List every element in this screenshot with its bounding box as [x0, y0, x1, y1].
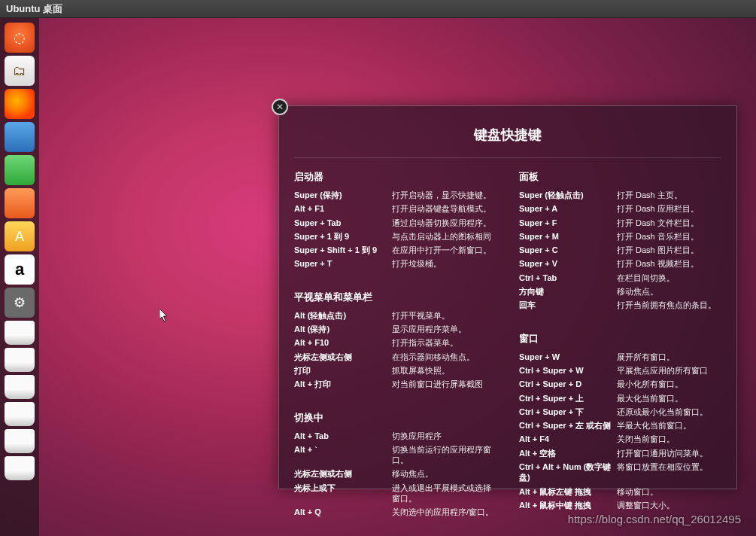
shortcut-key: 打印	[294, 365, 392, 376]
shortcut-desc: 调整窗口大小。	[617, 500, 721, 510]
shortcut-desc: 展开所有窗口。	[617, 352, 721, 362]
shortcut-key: Super + Shift + 1 到 9	[294, 245, 392, 255]
shortcut-row: Super + W展开所有窗口。	[519, 352, 721, 362]
shortcut-row: Alt + 空格打开窗口通用访问菜单。	[519, 448, 721, 458]
shortcut-desc: 在应用中打开一个新窗口。	[392, 245, 496, 255]
shortcut-row: Alt (保持)显示应用程序菜单。	[294, 324, 496, 334]
shortcut-desc: 移动焦点。	[617, 286, 721, 297]
shortcut-desc: 切换应用程序	[392, 431, 496, 441]
shortcut-desc: 抓取屏幕快照。	[392, 365, 496, 376]
section-title: 平视菜单和菜单栏	[294, 291, 496, 304]
shortcut-key: Alt (轻触点击)	[294, 310, 392, 321]
shortcut-row: Super + V打开 Dash 视频栏目。	[519, 258, 721, 269]
shortcut-key: Alt + 空格	[519, 448, 617, 458]
shortcut-row: 回车打开当前拥有焦点的条目。	[519, 300, 721, 310]
shortcut-row: Ctrl + Super + W平展焦点应用的所有窗口	[519, 365, 721, 376]
shortcut-desc: 半最大化当前窗口。	[617, 420, 721, 431]
shortcut-key: Alt + F10	[294, 337, 392, 348]
shortcut-row: Alt (轻触点击)打开平视菜单。	[294, 310, 496, 321]
launcher-item-writer[interactable]	[5, 122, 35, 152]
shortcut-key: Super + A	[519, 203, 617, 214]
shortcut-row: Ctrl + Super + 左 或右侧半最大化当前窗口。	[519, 420, 721, 431]
shortcut-key: Ctrl + Super + 左 或右侧	[519, 420, 617, 431]
shortcut-key: Alt + Tab	[294, 431, 392, 441]
shortcut-row: Alt + Tab切换应用程序	[294, 431, 496, 441]
shortcut-row: Ctrl + Super + 上最大化当前窗口。	[519, 393, 721, 404]
shortcut-key: Alt + F1	[294, 203, 392, 214]
shortcut-desc: 移动焦点。	[392, 468, 496, 479]
shortcut-row: Alt + 鼠标左键 拖拽移动窗口。	[519, 486, 721, 497]
launcher-item-software[interactable]: A	[5, 221, 35, 251]
shortcut-row: Super + M打开 Dash 音乐栏目。	[519, 231, 721, 242]
launcher-item-drive2[interactable]	[5, 348, 35, 372]
launcher-item-drive5[interactable]	[5, 429, 35, 453]
shortcut-desc: 打开窗口通用访问菜单。	[617, 448, 721, 458]
top-menu-title: Ubuntu 桌面	[6, 2, 62, 16]
shortcut-desc: 在指示器间移动焦点。	[392, 352, 496, 362]
launcher-item-drive4[interactable]	[5, 402, 35, 426]
shortcut-key: Alt + 鼠标左键 拖拽	[519, 486, 617, 497]
shortcut-key: 光标左侧或右侧	[294, 352, 392, 362]
shortcut-desc: 打开 Dash 图片栏目。	[617, 245, 721, 255]
shortcut-key: Super + C	[519, 245, 617, 255]
shortcut-row: Ctrl + Super + D最小化所有窗口。	[519, 379, 721, 389]
shortcut-row: Alt + Q关闭选中的应用程序/窗口。	[294, 507, 496, 517]
launcher-item-settings[interactable]: ⚙	[5, 288, 35, 318]
shortcut-desc: 移动窗口。	[617, 486, 721, 497]
top-menu-bar: Ubuntu 桌面	[0, 0, 756, 18]
shortcut-desc: 平展焦点应用的所有窗口	[617, 365, 721, 376]
shortcut-desc: 打开 Dash 应用栏目。	[617, 203, 721, 214]
shortcut-desc: 通过启动器切换应用程序。	[392, 218, 496, 228]
launcher-item-firefox[interactable]	[5, 89, 35, 119]
overlay-title: 键盘快捷键	[294, 126, 721, 144]
shortcut-key: Super + T	[294, 258, 392, 269]
keyboard-shortcuts-overlay: ✕ 键盘快捷键 启动器Super (保持)打开启动器，显示快捷键。Alt + F…	[278, 105, 737, 489]
launcher-item-impress[interactable]	[5, 188, 35, 218]
shortcut-row: Ctrl + Super + 下还原或最小化当前窗口。	[519, 407, 721, 417]
shortcut-row: 光标上或下进入或退出平展模式或选择窗口。	[294, 483, 496, 504]
shortcut-row: Ctrl + Alt + Num (数字键盘)将窗口放置在相应位置。	[519, 461, 721, 483]
shortcut-desc: 进入或退出平展模式或选择窗口。	[392, 483, 496, 504]
shortcut-key: 方向键	[519, 286, 617, 297]
shortcut-row: Super + Tab通过启动器切换应用程序。	[294, 218, 496, 228]
shortcut-key: 回车	[519, 300, 617, 310]
shortcut-desc: 打开 Dash 文件栏目。	[617, 218, 721, 228]
shortcut-desc: 关闭当前窗口。	[617, 434, 721, 444]
shortcut-row: Super + F打开 Dash 文件栏目。	[519, 218, 721, 228]
shortcut-row: Super + T打开垃圾桶。	[294, 258, 496, 269]
shortcut-key: Ctrl + Super + 下	[519, 407, 617, 417]
shortcut-desc: 最小化所有窗口。	[617, 379, 721, 389]
section-title: 面板	[519, 170, 721, 184]
shortcut-row: Alt + `切换当前运行的应用程序窗口。	[294, 444, 496, 466]
shortcut-key: Alt + `	[294, 444, 392, 466]
shortcut-key: Super + 1 到 9	[294, 231, 392, 242]
shortcut-row: Super (保持)打开启动器，显示快捷键。	[294, 190, 496, 200]
launcher-item-dash[interactable]: ◌	[5, 23, 35, 53]
close-icon: ✕	[276, 102, 284, 112]
shortcut-key: Super + M	[519, 231, 617, 242]
shortcut-row: Super + A打开 Dash 应用栏目。	[519, 203, 721, 214]
shortcut-row: Alt + F10打开指示器菜单。	[294, 337, 496, 348]
shortcut-row: Alt + 打印对当前窗口进行屏幕截图	[294, 379, 496, 389]
shortcut-key: Alt + 打印	[294, 379, 392, 389]
close-button[interactable]: ✕	[272, 99, 288, 115]
launcher-item-amazon[interactable]: a	[5, 254, 35, 285]
shortcut-desc: 在栏目间切换。	[617, 273, 721, 283]
shortcut-row: Super + Shift + 1 到 9在应用中打开一个新窗口。	[294, 245, 496, 255]
shortcut-key: Super (轻触点击)	[519, 190, 617, 200]
launcher-item-drive6[interactable]	[5, 456, 35, 480]
shortcut-row: Super + 1 到 9与点击启动器上的图标相同	[294, 231, 496, 242]
shortcut-row: 光标左侧或右侧移动焦点。	[294, 468, 496, 479]
launcher-item-calc[interactable]	[5, 155, 35, 185]
launcher-item-files[interactable]: 🗂	[5, 56, 35, 86]
shortcut-key: Super + V	[519, 258, 617, 269]
shortcut-desc: 打开 Dash 视频栏目。	[617, 258, 721, 269]
shortcut-desc: 打开 Dash 音乐栏目。	[617, 231, 721, 242]
section-title: 启动器	[294, 170, 496, 184]
shortcut-key: Ctrl + Tab	[519, 273, 617, 283]
shortcut-row: 方向键移动焦点。	[519, 286, 721, 297]
launcher-item-drive3[interactable]	[5, 375, 35, 399]
shortcut-row: 光标左侧或右侧在指示器间移动焦点。	[294, 352, 496, 362]
shortcut-key: Super + W	[519, 352, 617, 362]
launcher-item-drive1[interactable]	[5, 321, 35, 345]
